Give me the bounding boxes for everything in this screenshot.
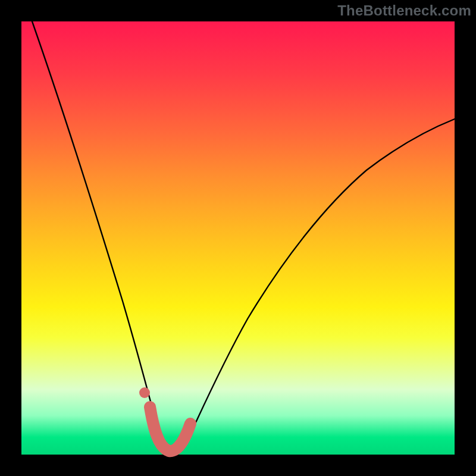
bottleneck-curve (32, 21, 455, 454)
watermark-text: TheBottleneck.com (337, 2, 471, 19)
curve-layer (21, 21, 455, 455)
optimal-marker-dot (139, 387, 150, 398)
optimal-segment-highlight (150, 407, 190, 451)
chart-frame: TheBottleneck.com (0, 0, 476, 476)
plot-area (21, 21, 455, 455)
